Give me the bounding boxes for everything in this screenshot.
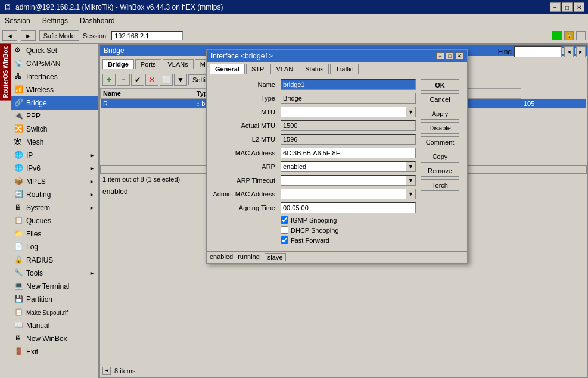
sidebar-item-partition[interactable]: 💾 Partition xyxy=(11,293,98,306)
ok-button[interactable]: OK xyxy=(421,79,459,91)
sidebar-item-routing[interactable]: 🔄 Routing ► xyxy=(11,188,98,201)
close-button[interactable]: ✕ xyxy=(574,2,584,12)
actual-mtu-input xyxy=(281,120,416,131)
admin-mac-select[interactable]: ▼ xyxy=(281,189,416,199)
sidebar-label-switch: Switch xyxy=(26,125,47,133)
sidebar-item-wireless[interactable]: 📶 Wireless xyxy=(11,83,98,96)
sidebar-label-interfaces: Interfaces xyxy=(26,73,58,81)
arp-row: ARP: enabled ▼ xyxy=(212,161,416,172)
session-label: Session: xyxy=(83,32,108,39)
sidebar-item-ip[interactable]: 🌐 IP ► xyxy=(11,149,98,162)
apply-button[interactable]: Apply xyxy=(421,108,459,120)
safe-mode-button[interactable]: Safe Mode xyxy=(39,30,79,41)
copy-icon-button[interactable]: ⬜ xyxy=(160,74,173,86)
torch-button[interactable]: Torch xyxy=(421,179,459,191)
sidebar-label-ppp: PPP xyxy=(26,112,41,120)
title-bar: 🖥 admin@192.168.2.1 (MikroTik) - WinBox … xyxy=(0,0,588,14)
menu-session[interactable]: Session xyxy=(2,15,33,26)
sidebar-item-mesh[interactable]: 🕸 Mesh xyxy=(11,136,98,149)
tab-bridge[interactable]: Bridge xyxy=(102,59,134,69)
maximize-button[interactable]: □ xyxy=(562,2,573,12)
sidebar-item-queues[interactable]: 📋 Queues xyxy=(11,214,98,227)
admin-mac-dropdown-btn[interactable]: ▼ xyxy=(406,189,415,199)
mac-input[interactable] xyxy=(281,148,416,158)
sidebar-item-radius[interactable]: 🔒 RADIUS xyxy=(11,254,98,267)
comment-button[interactable]: Comment xyxy=(421,136,459,148)
interface-dialog: Interface <bridge1> − □ ✕ General STP VL… xyxy=(206,49,468,264)
sidebar-label-exit: Exit xyxy=(26,348,38,356)
edit-button[interactable]: ✔ xyxy=(131,74,144,86)
disable-button[interactable]: ✕ xyxy=(145,74,158,86)
sidebar-item-ipv6[interactable]: 🌐 IPv6 ► xyxy=(11,162,98,175)
disable-button[interactable]: Disable xyxy=(421,122,459,134)
dialog-close-btn[interactable]: ✕ xyxy=(455,52,463,60)
add-button[interactable]: + xyxy=(102,74,116,86)
menu-dashboard[interactable]: Dashboard xyxy=(77,15,117,26)
dialog-tabs: General STP VLAN Status Traffic xyxy=(207,62,467,74)
dialog-tab-general[interactable]: General xyxy=(210,64,245,74)
radius-icon: 🔒 xyxy=(14,255,24,265)
remove-button[interactable]: Remove xyxy=(421,165,459,177)
sidebar-item-bridge[interactable]: 🔗 Bridge xyxy=(11,96,98,110)
forward-button[interactable]: ► xyxy=(21,30,36,41)
quickset-icon: ⚙ xyxy=(14,46,24,55)
sidebar-item-make-supout[interactable]: 📋 Make Supout.rif xyxy=(11,306,98,319)
mtu-select[interactable]: ▼ xyxy=(281,107,416,117)
sidebar-item-quickset[interactable]: ⚙ Quick Set xyxy=(11,44,98,57)
find-prev-btn[interactable]: ◄ xyxy=(564,46,574,57)
arp-timeout-value xyxy=(281,180,406,181)
dialog-tab-traffic[interactable]: Traffic xyxy=(330,64,359,74)
sidebar-item-new-winbox[interactable]: 🖥 New WinBox xyxy=(11,332,98,345)
igmp-snooping-checkbox[interactable] xyxy=(281,216,288,224)
dialog-tab-stp[interactable]: STP xyxy=(246,64,269,74)
find-input[interactable] xyxy=(514,46,562,57)
sidebar-item-capsman[interactable]: 📡 CAPsMAN xyxy=(11,57,98,70)
session-input[interactable] xyxy=(111,31,183,40)
sidebar-item-ppp[interactable]: 🔌 PPP xyxy=(11,110,98,123)
arp-timeout-select[interactable]: ▼ xyxy=(281,175,416,186)
sidebar-label-make-supout: Make Supout.rif xyxy=(26,310,68,316)
sidebar-item-exit[interactable]: 🚪 Exit xyxy=(11,345,98,358)
col-name[interactable]: Name xyxy=(101,89,194,99)
dialog-minimize-btn[interactable]: − xyxy=(436,52,444,60)
sidebar-item-system[interactable]: 🖥 System ► xyxy=(11,201,98,214)
back-button[interactable]: ◄ xyxy=(2,30,17,41)
ipv6-icon: 🌐 xyxy=(14,164,24,173)
dialog-tab-vlan[interactable]: VLAN xyxy=(270,64,298,74)
mesh-icon: 🕸 xyxy=(14,138,24,147)
mtu-dropdown-btn[interactable]: ▼ xyxy=(406,107,415,117)
tab-ports[interactable]: Ports xyxy=(135,59,161,69)
sidebar-item-mpls[interactable]: 📦 MPLS ► xyxy=(11,175,98,188)
arp-dropdown-btn[interactable]: ▼ xyxy=(406,162,415,171)
dhcp-snooping-checkbox[interactable] xyxy=(281,226,288,234)
arp-select[interactable]: enabled ▼ xyxy=(281,161,416,172)
name-input[interactable] xyxy=(281,79,416,90)
cancel-button[interactable]: Cancel xyxy=(421,93,459,105)
filter-button[interactable]: ▼ xyxy=(174,74,187,86)
copy-button[interactable]: Copy xyxy=(421,151,459,163)
arp-timeout-dropdown-btn[interactable]: ▼ xyxy=(406,176,415,185)
sidebar-item-files[interactable]: 📁 Files xyxy=(11,227,98,240)
sidebar-item-log[interactable]: 📄 Log xyxy=(11,240,98,254)
sidebar-item-switch[interactable]: 🔀 Switch xyxy=(11,123,98,136)
dialog-tab-status[interactable]: Status xyxy=(300,64,329,74)
menu-settings[interactable]: Settings xyxy=(40,15,70,26)
routing-icon: 🔄 xyxy=(14,190,24,199)
tab-vlans[interactable]: VLANs xyxy=(163,59,194,69)
scroll-down-arrow[interactable]: ◄ xyxy=(102,367,111,375)
dialog-restore-btn[interactable]: □ xyxy=(446,52,454,60)
sidebar-label-bridge: Bridge xyxy=(26,99,47,107)
sidebar-item-interfaces[interactable]: 🖧 Interfaces xyxy=(11,70,98,83)
log-icon: 📄 xyxy=(14,242,24,252)
bridge-window-title-text: Bridge xyxy=(104,46,125,55)
remove-button[interactable]: − xyxy=(117,74,130,86)
tools-icon: 🔧 xyxy=(14,268,24,278)
find-next-btn[interactable]: ► xyxy=(576,46,586,57)
sidebar-item-tools[interactable]: 🔧 Tools ► xyxy=(11,267,98,280)
sidebar-label-ipv6: IPv6 xyxy=(26,164,41,173)
ageing-time-input[interactable] xyxy=(281,202,416,213)
sidebar-item-new-terminal[interactable]: 💻 New Terminal xyxy=(11,280,98,293)
fast-forward-checkbox[interactable] xyxy=(281,236,288,244)
sidebar-item-manual[interactable]: 📖 Manual xyxy=(11,319,98,332)
minimize-button[interactable]: − xyxy=(550,2,561,12)
